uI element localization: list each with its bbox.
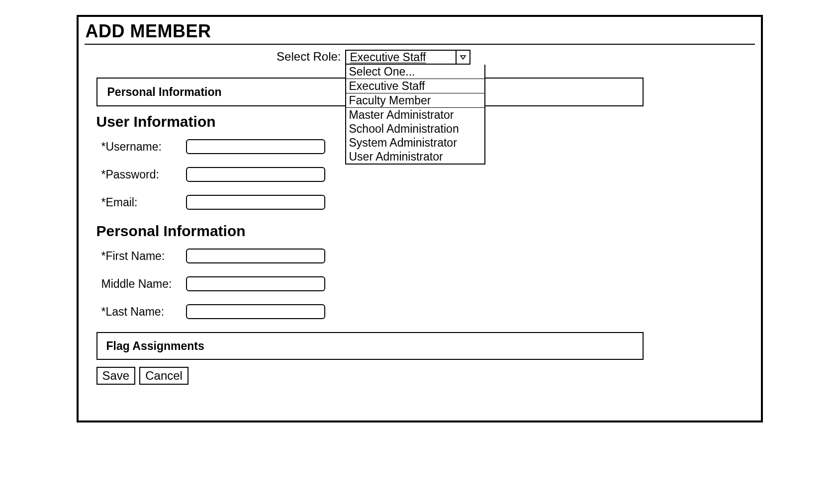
role-select[interactable]: Executive Staff — [345, 50, 470, 65]
email-label: *Email: — [101, 196, 186, 209]
role-row: Select Role: Executive Staff Select One.… — [96, 50, 743, 65]
first-name-input[interactable] — [186, 249, 325, 263]
svg-marker-0 — [461, 56, 466, 59]
role-option-master-administrator[interactable]: Master Administrator — [346, 108, 484, 122]
content-area: Select Role: Executive Staff Select One.… — [85, 50, 755, 385]
password-input[interactable] — [186, 167, 325, 182]
username-input[interactable] — [186, 139, 325, 154]
dropdown-arrow-icon — [456, 51, 469, 64]
middle-name-input[interactable] — [186, 276, 325, 291]
role-option-faculty-member[interactable]: Faculty Member — [346, 93, 484, 108]
role-select-value: Executive Staff — [346, 51, 456, 64]
last-name-label: *Last Name: — [101, 305, 186, 319]
first-name-label: *First Name: — [101, 250, 186, 263]
first-name-row: *First Name: — [96, 249, 743, 263]
last-name-input[interactable] — [186, 304, 325, 319]
last-name-row: *Last Name: — [96, 304, 743, 319]
middle-name-row: Middle Name: — [96, 276, 743, 291]
title-underline — [85, 44, 755, 45]
personal-information-heading: Personal Information — [96, 223, 743, 240]
role-option-select-one[interactable]: Select One... — [346, 65, 484, 79]
flag-assignments-box[interactable]: Flag Assignments — [96, 332, 644, 360]
flag-assignments-label: Flag Assignments — [106, 339, 204, 353]
email-input[interactable] — [186, 195, 325, 210]
email-row: *Email: — [96, 195, 743, 210]
role-option-school-administration[interactable]: School Administration — [346, 122, 484, 136]
role-option-executive-staff[interactable]: Executive Staff — [346, 79, 484, 93]
role-dropdown-panel: Select One... Executive Staff Faculty Me… — [345, 65, 485, 165]
select-role-label: Select Role: — [96, 50, 345, 64]
button-row: Save Cancel — [96, 367, 743, 385]
password-row: *Password: — [96, 167, 743, 182]
cancel-button[interactable]: Cancel — [139, 367, 188, 385]
role-option-system-administrator[interactable]: System Administrator — [346, 136, 484, 150]
password-label: *Password: — [101, 168, 186, 181]
add-member-form-frame: ADD MEMBER Select Role: Executive Staff … — [77, 15, 763, 422]
personal-information-tab-label: Personal Information — [107, 85, 222, 99]
save-button[interactable]: Save — [96, 367, 136, 385]
username-label: *Username: — [101, 140, 186, 154]
page-title: ADD MEMBER — [85, 21, 755, 44]
middle-name-label: Middle Name: — [101, 277, 186, 291]
role-select-wrapper: Executive Staff Select One... Executive … — [345, 50, 470, 65]
role-option-user-administrator[interactable]: User Administrator — [346, 150, 484, 164]
